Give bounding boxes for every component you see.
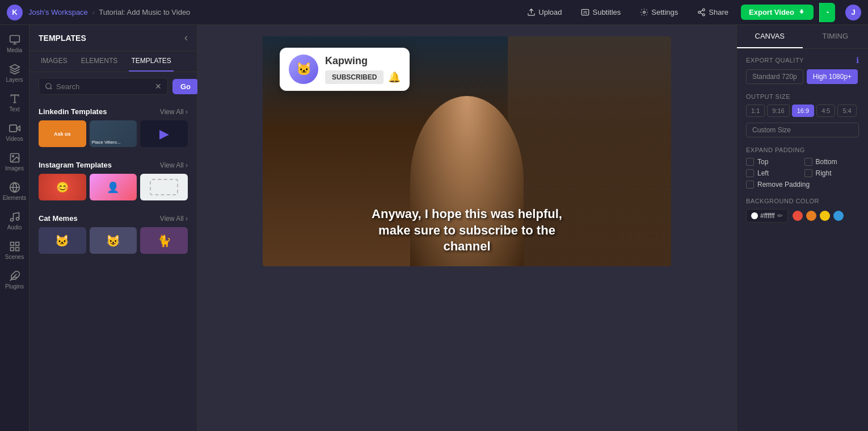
output-size-section: OUTPUT SIZE 1:1 9:16 16:9 4:5 5:4 Custom… — [746, 93, 859, 137]
swatch-red[interactable] — [793, 211, 803, 221]
remove-padding-checkbox[interactable] — [746, 181, 754, 189]
size-9-16-button[interactable]: 9:16 — [767, 104, 789, 117]
sidebar-item-images[interactable]: Images — [2, 148, 28, 176]
template-thumb-5[interactable]: 👤 — [90, 174, 137, 200]
custom-size-button[interactable]: Custom Size — [746, 123, 859, 137]
background-color-label: BACKGROUND COLOR — [746, 198, 859, 204]
sidebar-item-layers[interactable]: Layers — [2, 59, 28, 87]
quality-standard-button[interactable]: Standard 720p — [746, 69, 803, 84]
catmemes-section-title: Cat Memes — [39, 214, 78, 223]
text-icon — [9, 93, 20, 104]
workspace-link[interactable]: Josh's Workspace › Tutorial: Add Music t… — [28, 8, 190, 16]
quality-high-button[interactable]: High 1080p+ — [807, 69, 858, 84]
tab-images[interactable]: IMAGES — [39, 51, 70, 72]
sidebar-item-elements[interactable]: Elements — [2, 177, 28, 206]
linkedin-template-grid: Ask us Place Villero... ▶ — [39, 120, 188, 147]
subscribed-button[interactable]: SUBSCRIBED — [325, 70, 384, 84]
template-thumb-8[interactable]: 😺 — [90, 227, 137, 254]
swatch-yellow[interactable] — [820, 211, 830, 221]
chevron-down-icon — [825, 10, 831, 15]
left-panel-close-button[interactable]: ‹ — [184, 32, 188, 44]
svg-rect-12 — [9, 125, 16, 132]
padding-right-checkbox[interactable] — [804, 169, 812, 177]
left-panel-header: TEMPLATES ‹ — [30, 25, 197, 51]
export-quality-info-icon[interactable]: ℹ — [856, 56, 859, 65]
padding-bottom[interactable]: Bottom — [804, 158, 859, 166]
svg-point-14 — [12, 156, 13, 157]
plugins-icon — [9, 270, 20, 282]
bell-icon[interactable]: 🔔 — [388, 71, 401, 83]
tab-elements[interactable]: ELEMENTS — [79, 51, 120, 72]
left-panel-title: TEMPLATES — [39, 34, 86, 43]
templates-section: Linkedin Templates View All › Ask us Pla… — [30, 101, 197, 431]
size-1-1-button[interactable]: 1:1 — [746, 104, 765, 117]
color-swatches — [793, 211, 844, 221]
instagram-section-title: Instagram Templates — [39, 161, 112, 169]
video-container: 🐱 Kapwing SUBSCRIBED 🔔 Anyway, I hope th… — [263, 36, 671, 266]
template-thumb-2[interactable]: Place Villero... — [90, 120, 137, 147]
sidebar-item-media[interactable]: Media — [2, 30, 28, 58]
upload-button[interactable]: Upload — [520, 5, 568, 19]
edit-color-icon[interactable]: ✏ — [777, 212, 783, 220]
export-button[interactable]: Export Video — [741, 5, 814, 20]
size-row: 1:1 9:16 16:9 4:5 5:4 — [746, 104, 859, 117]
settings-button[interactable]: Settings — [633, 5, 685, 19]
template-thumb-4[interactable]: 😊 — [39, 174, 86, 200]
sidebar-item-text[interactable]: Text — [2, 89, 28, 117]
catmemes-view-all[interactable]: View All › — [160, 215, 188, 223]
tab-templates[interactable]: TEMPLATES — [129, 51, 173, 72]
template-thumb-6[interactable] — [140, 174, 188, 200]
instagram-view-all[interactable]: View All › — [160, 161, 188, 169]
channel-name: Kapwing — [325, 55, 401, 67]
padding-options-grid: Top Bottom Left Right — [746, 158, 859, 177]
search-clear-button[interactable]: ✕ — [155, 82, 162, 91]
svg-line-6 — [701, 10, 703, 11]
right-panel-tabs: CANVAS TIMING — [737, 25, 868, 49]
size-5-4-button[interactable]: 5:4 — [837, 104, 856, 117]
svg-line-26 — [50, 88, 52, 90]
padding-top-checkbox[interactable] — [746, 158, 754, 166]
padding-top[interactable]: Top — [746, 158, 801, 166]
sidebar-item-scenes[interactable]: Scenes — [2, 236, 28, 265]
swatch-orange[interactable] — [806, 211, 816, 221]
background-color-section: BACKGROUND COLOR #ffffff ✏ — [746, 198, 859, 223]
video-caption: Anyway, I hope this was helpful, make su… — [365, 206, 569, 255]
search-row: ✕ Go — [30, 72, 197, 101]
linkedin-view-all[interactable]: View All › — [160, 108, 188, 116]
share-button[interactable]: Share — [690, 5, 735, 19]
tab-canvas[interactable]: CANVAS — [737, 25, 803, 48]
kapwing-logo: 🐱 — [289, 55, 318, 84]
go-button[interactable]: Go — [172, 79, 199, 94]
subtitles-button[interactable]: Subtitles — [574, 5, 627, 19]
export-dropdown[interactable] — [819, 3, 835, 22]
svg-line-5 — [701, 12, 703, 14]
output-size-label: OUTPUT SIZE — [746, 93, 859, 100]
expand-padding-section: EXPAND PADDING Top Bottom Left — [746, 147, 859, 189]
size-16-9-button[interactable]: 16:9 — [792, 104, 814, 117]
swatch-blue[interactable] — [833, 211, 844, 221]
main-layout: Media Layers Text Videos Images Elements… — [0, 25, 868, 431]
padding-left-checkbox[interactable] — [746, 169, 754, 177]
remove-padding[interactable]: Remove Padding — [746, 181, 859, 189]
padding-left[interactable]: Left — [746, 169, 801, 177]
tab-timing[interactable]: TIMING — [803, 25, 869, 48]
user-avatar[interactable]: J — [845, 5, 861, 20]
sidebar-item-audio[interactable]: Audio — [2, 207, 28, 235]
instagram-section-header: Instagram Templates View All › — [39, 154, 188, 174]
sidebar-item-videos[interactable]: Videos — [2, 118, 28, 147]
size-4-5-button[interactable]: 4:5 — [816, 104, 835, 117]
template-thumb-3[interactable]: ▶ — [140, 120, 188, 147]
padding-bottom-checkbox[interactable] — [804, 158, 812, 166]
bg-color-hex[interactable]: #ffffff ✏ — [746, 209, 788, 223]
padding-right[interactable]: Right — [804, 169, 859, 177]
sidebar-item-plugins[interactable]: Plugins — [2, 266, 28, 294]
color-dot — [751, 212, 758, 219]
search-input[interactable] — [56, 82, 151, 91]
export-icon — [798, 9, 806, 16]
template-thumb-9[interactable]: 🐈 — [140, 227, 188, 254]
elements-icon — [9, 182, 20, 193]
template-thumb-7[interactable]: 🐱 — [39, 227, 86, 254]
kapwing-info: Kapwing SUBSCRIBED 🔔 — [325, 55, 401, 84]
scenes-icon — [9, 241, 20, 252]
template-thumb-1[interactable]: Ask us — [39, 120, 86, 147]
